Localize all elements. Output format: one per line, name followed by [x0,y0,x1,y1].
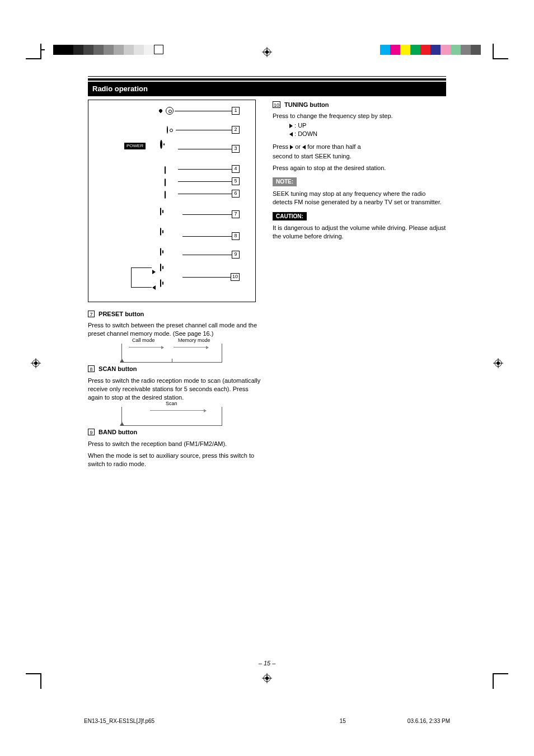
item-7-heading: 7 PRESET button [88,310,263,318]
callout-1: 1 [232,107,240,115]
scan-button-icon [160,228,161,236]
tuning-down-button-icon [160,279,161,287]
item-10-body-b3: Press again to stop at the desired stati… [273,164,446,172]
small-knob-1 [166,107,174,115]
band-button-icon [160,248,161,256]
item-9-body: Press to switch the reception band (FM1/… [88,440,263,448]
indicator-icon [158,108,163,112]
pill-button-1 [165,166,166,174]
register-mark-bottom-icon [262,673,272,683]
pill-button-3 [165,191,166,199]
register-mark-right-icon [493,358,503,368]
footer-filename: EN13-15_RX-ES1SL[J]f.p65 [84,717,154,725]
tuning-bracket [131,267,137,288]
tuning-up-button-icon [160,264,161,271]
radio-panel-diagram: 1 2 POWER 3 4 [88,100,256,302]
callout-3: 3 [232,145,240,153]
item-10-body-a: Press to change the frequency step by st… [273,112,446,120]
page-title: Radio operation [88,82,446,96]
footer-timestamp: 1503.6.16, 2:33 PM [340,717,450,725]
item-10-down-line: : DOWN [273,130,446,138]
item-9-note: When the mode is set to auxiliary source… [88,452,263,468]
note-label: NOTE: [273,177,297,186]
caution-body: It is dangerous to adjust the volume whi… [273,224,446,241]
register-mark-left-icon [31,358,41,368]
crop-mark-top-left [26,44,41,59]
crop-mark-bottom-left [26,673,41,689]
item-7-body: Press to switch between the preset chann… [88,321,263,338]
small-knob-2 [167,126,168,134]
callout-10: 10 [231,273,240,281]
item-10-heading: 10 TUNING button [273,101,446,109]
callout-6: 6 [232,190,240,198]
crop-mark-bottom-right [493,673,508,689]
item-8-heading: 8 SCAN button [88,365,263,373]
item-10-up-line: : UP [273,121,446,130]
item-8-body: Press to switch the radio reception mode… [88,377,263,402]
color-registration-bar [380,45,481,55]
callout-7: 7 [232,210,240,218]
rule-line [88,76,446,77]
callout-8: 8 [232,232,240,240]
register-mark-top-icon [262,47,272,57]
preset-button-icon [160,208,161,215]
rule-line-bold [88,78,446,81]
callout-5: 5 [232,177,240,185]
caution-label: CAUTION: [273,212,307,221]
item-9-heading: 9 BAND button [88,428,263,436]
scan-mode-diagram: Scan [121,407,222,426]
item-10-body-b2: second to start SEEK tuning. [273,152,446,161]
tuning-up-arrow-icon [152,267,156,276]
pill-button-2 [165,179,166,186]
preset-mode-diagram: Call mode Memory mode [121,344,222,363]
callout-2: 2 [232,126,240,134]
tuning-down-arrow-icon [152,283,156,292]
page-number: – 15 – [259,659,276,668]
grayscale-registration-bar [53,45,163,55]
crop-mark-top-right [493,44,508,59]
note-body: SEEK tuning may stop at any frequency wh… [273,190,446,206]
callout-9: 9 [232,251,240,259]
callout-4: 4 [232,165,240,173]
item-10-body-b: Press or for more than half a [273,143,446,151]
volume-knob [160,140,162,149]
power-label: POWER [124,143,146,150]
